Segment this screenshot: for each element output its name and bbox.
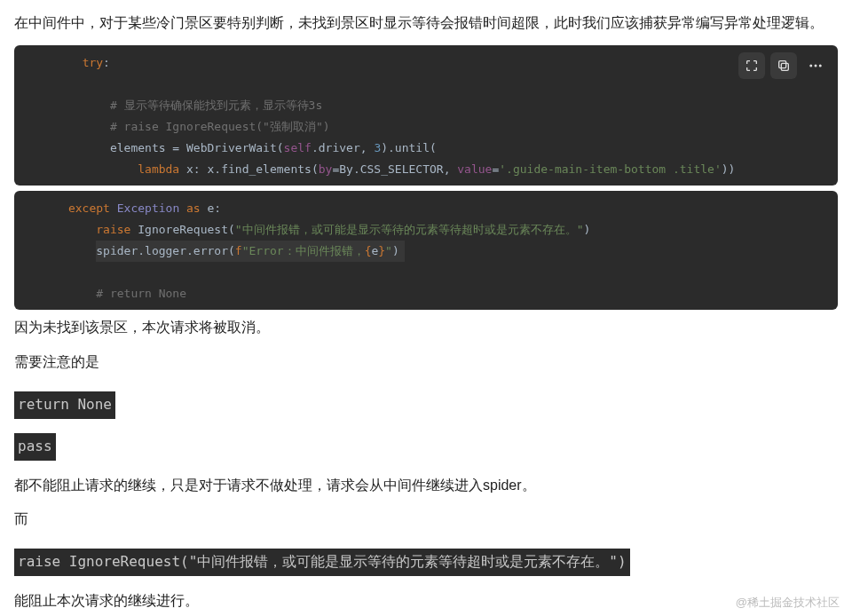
- code-content-2: except Exception as e: raise IgnoreReque…: [27, 198, 825, 304]
- code-block-try: try: # 显示等待确保能找到元素，显示等待3s # raise Ignore…: [14, 45, 838, 186]
- inline-code-pass: pass: [14, 433, 56, 461]
- para-note: 需要注意的是: [14, 350, 838, 375]
- svg-point-3: [815, 64, 817, 67]
- copy-icon[interactable]: [770, 52, 797, 79]
- intro-paragraph: 在中间件中，对于某些冷门景区要特别判断，未找到景区时显示等待会报错时间超限，此时…: [14, 11, 838, 36]
- more-icon[interactable]: [802, 52, 829, 79]
- expand-icon[interactable]: [738, 52, 765, 79]
- watermark: @稀土掘金技术社区: [736, 592, 840, 612]
- svg-rect-0: [781, 63, 788, 70]
- svg-rect-1: [779, 60, 786, 67]
- svg-point-2: [809, 64, 812, 67]
- code-block-except: except Exception as e: raise IgnoreReque…: [14, 191, 838, 310]
- inline-code-return: return None: [14, 391, 115, 419]
- code-content: try: # 显示等待确保能找到元素，显示等待3s # raise Ignore…: [27, 52, 825, 180]
- code-toolbar: [738, 52, 829, 79]
- para-stop: 能阻止本次请求的继续进行。: [14, 588, 838, 614]
- inline-code-raise: raise IgnoreRequest("中间件报错，或可能是显示等待的元素等待…: [14, 549, 630, 576]
- para-er: 而: [14, 507, 838, 533]
- para-cancel: 因为未找到该景区，本次请求将被取消。: [14, 315, 838, 341]
- svg-point-4: [819, 64, 822, 67]
- para-continue: 都不能阻止请求的继续，只是对于请求不做处理，请求会从中间件继续进入spider。: [14, 473, 838, 499]
